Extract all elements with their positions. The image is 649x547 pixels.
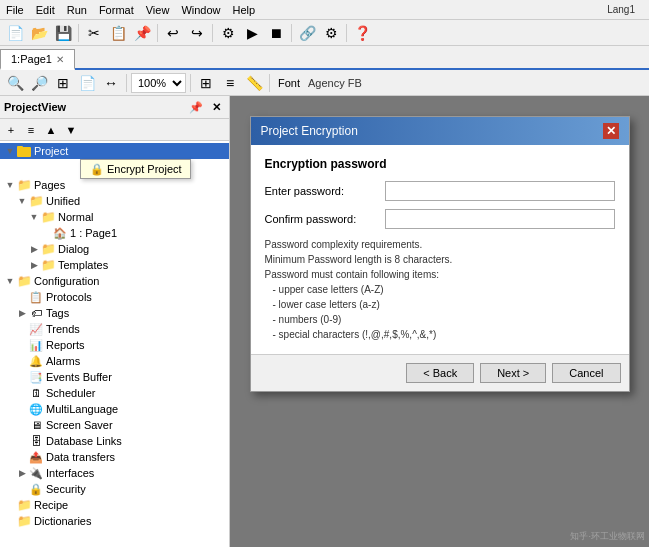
tree-item-unified[interactable]: ▼ 📁 Unified (0, 193, 229, 209)
ruler-btn[interactable]: 📏 (243, 72, 265, 94)
menu-file[interactable]: File (0, 2, 30, 18)
open-btn[interactable]: 📂 (28, 22, 50, 44)
pages-label: Pages (34, 179, 65, 191)
up-btn[interactable]: ▲ (42, 121, 60, 139)
info-line2: Minimum Password length is 8 characters. (265, 252, 615, 267)
tree-item-protocols[interactable]: 📋 Protocols (0, 289, 229, 305)
info-item4: - special characters (!,@,#,$,%,^,&,*) (273, 327, 615, 342)
toggle-configuration[interactable]: ▼ (4, 276, 16, 286)
protocols-icon: 📋 (28, 290, 44, 304)
screensaver-label: Screen Saver (46, 419, 113, 431)
menu-window[interactable]: Window (175, 2, 226, 18)
toggle-pages[interactable]: ▼ (4, 180, 16, 190)
panel-pin-btn[interactable]: 📌 (187, 98, 205, 116)
tree-item-normal[interactable]: ▼ 📁 Normal (0, 209, 229, 225)
toggle-dialog[interactable]: ▶ (28, 244, 40, 254)
panel-title: ProjectView (4, 101, 66, 113)
dialog-header: Project Encryption ✕ (251, 117, 629, 145)
add-btn[interactable]: + (2, 121, 20, 139)
tree-item-tags[interactable]: ▶ 🏷 Tags (0, 305, 229, 321)
tree-item-recipe[interactable]: 📁 Recipe (0, 497, 229, 513)
cancel-btn[interactable]: Cancel (552, 363, 620, 383)
undo-btn[interactable]: ↩ (162, 22, 184, 44)
database-label: Database Links (46, 435, 122, 447)
tree-item-encrypt[interactable]: 🔒 Encrypt Project (80, 159, 191, 179)
tab-close-btn[interactable]: ✕ (56, 54, 64, 65)
grid-btn[interactable]: ⊞ (195, 72, 217, 94)
align-btn[interactable]: ≡ (219, 72, 241, 94)
menu-view[interactable]: View (140, 2, 176, 18)
toggle-interfaces[interactable]: ▶ (16, 468, 28, 478)
panel-close-btn[interactable]: ✕ (207, 98, 225, 116)
tree-item-database[interactable]: 🗄 Database Links (0, 433, 229, 449)
confirm-password-input[interactable] (385, 209, 615, 229)
menu-format[interactable]: Format (93, 2, 140, 18)
menu-edit[interactable]: Edit (30, 2, 61, 18)
help-btn[interactable]: ❓ (351, 22, 373, 44)
tree-item-screensaver[interactable]: 🖥 Screen Saver (0, 417, 229, 433)
back-btn[interactable]: < Back (406, 363, 474, 383)
toggle-unified[interactable]: ▼ (16, 196, 28, 206)
settings-btn[interactable]: ⚙ (320, 22, 342, 44)
sep4 (291, 24, 292, 42)
dialog-label: Dialog (58, 243, 89, 255)
menu-run[interactable]: Run (61, 2, 93, 18)
zoom-out-btn[interactable]: 🔎 (28, 72, 50, 94)
save-btn[interactable]: 💾 (52, 22, 74, 44)
next-btn[interactable]: Next > (480, 363, 546, 383)
copy-btn[interactable]: 📋 (107, 22, 129, 44)
sep8 (269, 74, 270, 92)
content-area: Project Encryption ✕ Encryption password… (230, 96, 649, 547)
project-view-panel: ProjectView 📌 ✕ + ≡ ▲ ▼ ▼ Project (0, 96, 230, 547)
paste-btn[interactable]: 📌 (131, 22, 153, 44)
toggle-normal[interactable]: ▼ (28, 212, 40, 222)
tags-icon: 🏷 (28, 306, 44, 320)
tree-item-page1[interactable]: 🏠 1 : Page1 (0, 225, 229, 241)
menu-bar: File Edit Run Format View Window Help La… (0, 0, 649, 20)
tree-item-security[interactable]: 🔒 Security (0, 481, 229, 497)
scheduler-label: Scheduler (46, 387, 96, 399)
tree-item-dialog[interactable]: ▶ 📁 Dialog (0, 241, 229, 257)
tree-item-datatransfers[interactable]: 📤 Data transfers (0, 449, 229, 465)
tree-item-templates[interactable]: ▶ 📁 Templates (0, 257, 229, 273)
new-btn[interactable]: 📄 (4, 22, 26, 44)
menu-help[interactable]: Help (227, 2, 262, 18)
connect-btn[interactable]: 🔗 (296, 22, 318, 44)
tree-item-scheduler[interactable]: 🗓 Scheduler (0, 385, 229, 401)
toggle-templates[interactable]: ▶ (28, 260, 40, 270)
svg-rect-1 (17, 146, 23, 149)
tree-item-trends[interactable]: 📈 Trends (0, 321, 229, 337)
tree-item-project[interactable]: ▼ Project (0, 143, 229, 159)
down-btn[interactable]: ▼ (62, 121, 80, 139)
compile-btn[interactable]: ⚙ (217, 22, 239, 44)
toggle-project[interactable]: ▼ (4, 146, 16, 156)
page1-label: 1 : Page1 (70, 227, 117, 239)
redo-btn[interactable]: ↪ (186, 22, 208, 44)
tree-item-reports[interactable]: 📊 Reports (0, 337, 229, 353)
cut-btn[interactable]: ✂ (83, 22, 105, 44)
zoom-page-btn[interactable]: 📄 (76, 72, 98, 94)
dialog-close-btn[interactable]: ✕ (603, 123, 619, 139)
tree-item-events[interactable]: 📑 Events Buffer (0, 369, 229, 385)
tree-item-multilanguage[interactable]: 🌐 MultiLanguage (0, 401, 229, 417)
templates-label: Templates (58, 259, 108, 271)
project-folder-icon (16, 144, 32, 158)
run-btn[interactable]: ▶ (241, 22, 263, 44)
tree-item-alarms[interactable]: 🔔 Alarms (0, 353, 229, 369)
zoom-in-btn[interactable]: 🔍 (4, 72, 26, 94)
sep7 (190, 74, 191, 92)
tree-item-interfaces[interactable]: ▶ 🔌 Interfaces (0, 465, 229, 481)
zoom-width-btn[interactable]: ↔ (100, 72, 122, 94)
tree-item-configuration[interactable]: ▼ 📁 Configuration (0, 273, 229, 289)
tree-item-pages[interactable]: ▼ 📁 Pages (0, 177, 229, 193)
enter-password-input[interactable] (385, 181, 615, 201)
scheduler-icon: 🗓 (28, 386, 44, 400)
stop-btn[interactable]: ⏹ (265, 22, 287, 44)
zoom-fit-btn[interactable]: ⊞ (52, 72, 74, 94)
tab-page1[interactable]: 1:Page1 ✕ (0, 49, 75, 70)
tree-item-dictionaries[interactable]: 📁 Dictionaries (0, 513, 229, 529)
project-label: Project (34, 145, 68, 157)
zoom-select[interactable]: 100% (131, 73, 186, 93)
toggle-tags[interactable]: ▶ (16, 308, 28, 318)
menu-btn[interactable]: ≡ (22, 121, 40, 139)
